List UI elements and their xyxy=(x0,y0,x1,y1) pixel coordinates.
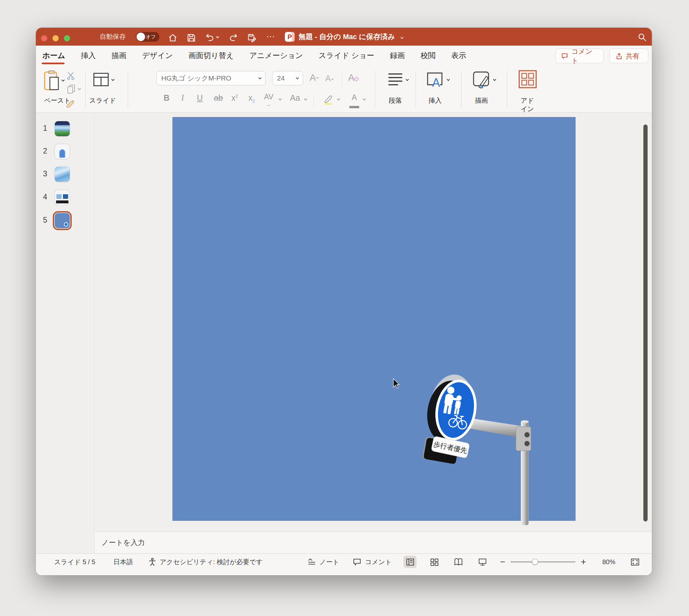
autosave-toggle[interactable]: オフ xyxy=(136,32,159,42)
slide-row-3[interactable]: 3 xyxy=(36,164,94,185)
autosave-state: オフ xyxy=(146,32,156,42)
language-indicator[interactable]: 日本語 xyxy=(113,554,133,570)
decrease-font-size-button[interactable]: A xyxy=(325,74,333,83)
paste-icon[interactable] xyxy=(43,70,60,92)
paste-dropdown-chevron[interactable] xyxy=(62,79,65,82)
slideshow-view-button[interactable] xyxy=(476,556,489,568)
statusbar: スライド 5 / 5 日本語 アクセシビリティ: 検討が必要です ノート コメン… xyxy=(36,553,652,575)
zoom-out-button[interactable]: − xyxy=(500,554,505,569)
notes-icon[interactable] xyxy=(307,558,316,567)
addins-icon[interactable] xyxy=(518,70,537,89)
strikethrough-button[interactable]: ab xyxy=(214,93,223,103)
tab-review[interactable]: 校閲 xyxy=(420,50,436,61)
save-as-icon[interactable] xyxy=(247,33,257,43)
character-spacing-button[interactable]: AV↔ xyxy=(264,93,273,108)
cut-icon[interactable] xyxy=(66,71,75,81)
more-commands-button[interactable]: … xyxy=(266,29,276,40)
spacing-dropdown-chevron[interactable] xyxy=(279,97,282,101)
slide-indicator: スライド 5 / 5 xyxy=(54,554,95,570)
font-color-dropdown-chevron[interactable] xyxy=(363,97,366,101)
undo-icon[interactable] xyxy=(205,33,215,43)
font-size-chevron xyxy=(296,76,299,80)
accessibility-status[interactable]: アクセシビリティ: 検討が必要です xyxy=(160,554,263,570)
slide-row-1[interactable]: 1 xyxy=(36,119,94,139)
notes-placeholder[interactable]: ノートを入力 xyxy=(102,532,145,553)
change-case-button[interactable]: Aa xyxy=(290,93,300,103)
slide-thumbnail[interactable] xyxy=(55,190,70,205)
paragraph-icon[interactable] xyxy=(388,72,403,86)
comments-button[interactable]: コメント xyxy=(555,48,604,63)
tab-transitions[interactable]: 画面切り替え xyxy=(188,50,234,61)
font-color-button[interactable]: A xyxy=(349,93,359,109)
slide-thumbnail[interactable] xyxy=(55,144,70,159)
font-size-select[interactable]: 24 xyxy=(272,71,303,85)
slide-thumbnail-selected[interactable] xyxy=(55,213,70,228)
share-button[interactable]: 共有 xyxy=(609,48,648,63)
ribbon-separator xyxy=(341,72,342,87)
fit-to-window-icon[interactable] xyxy=(630,557,640,567)
home-icon[interactable] xyxy=(168,33,178,43)
increase-font-size-button[interactable]: A xyxy=(310,72,318,83)
new-slide-dropdown-chevron[interactable] xyxy=(111,78,115,81)
ribbon-divider xyxy=(507,70,507,108)
subscript-button[interactable]: x2 xyxy=(248,93,255,104)
highlight-color-icon[interactable] xyxy=(323,94,334,106)
slide-canvas-area[interactable]: 歩行者優先 xyxy=(95,113,652,532)
tab-view[interactable]: 表示 xyxy=(451,50,466,61)
new-slide-icon[interactable] xyxy=(93,72,109,87)
slide-row-5[interactable]: 5 xyxy=(36,211,94,232)
normal-view-button[interactable] xyxy=(403,556,417,568)
slide-row-4[interactable]: 4 xyxy=(36,188,94,208)
font-name-select[interactable]: HG丸ゴ シックM-PRO xyxy=(156,71,266,85)
tab-home[interactable]: ホーム xyxy=(42,50,65,61)
slide-row-2[interactable]: 2 xyxy=(36,141,94,162)
reading-view-button[interactable] xyxy=(452,556,465,568)
slide-thumbnail[interactable] xyxy=(55,167,70,182)
insert-text-box-icon[interactable]: A xyxy=(426,71,443,89)
underline-button[interactable]: U xyxy=(197,93,203,103)
draw-icon[interactable] xyxy=(472,71,490,89)
comments-button-label: コメント xyxy=(571,47,598,65)
search-icon[interactable] xyxy=(637,32,647,42)
document-title[interactable]: 無題 - 自分の Mac に保存済み xyxy=(298,28,403,46)
title-dropdown-chevron[interactable] xyxy=(401,36,404,39)
tab-record[interactable]: 録画 xyxy=(390,50,405,61)
road-sign-graphic[interactable]: 歩行者優先 xyxy=(417,372,541,528)
zoom-in-button[interactable]: + xyxy=(581,554,586,569)
tab-animations[interactable]: アニメーション xyxy=(249,50,303,61)
zoom-slider-knob[interactable] xyxy=(532,559,538,565)
superscript-button[interactable]: x2 xyxy=(231,93,238,103)
slide-sorter-view-button[interactable] xyxy=(428,556,441,568)
tab-slideshow[interactable]: スライド ショー xyxy=(319,50,375,61)
zoom-percentage[interactable]: 80% xyxy=(594,554,615,570)
bold-button[interactable]: B xyxy=(163,93,170,103)
zoom-slider-track[interactable] xyxy=(510,561,576,563)
svg-text:A: A xyxy=(432,76,440,89)
draw-dropdown-chevron[interactable] xyxy=(493,78,496,81)
comments-toggle-label[interactable]: コメント xyxy=(365,554,392,570)
tab-design[interactable]: デザイン xyxy=(142,50,173,61)
vertical-scrollbar[interactable] xyxy=(643,125,648,522)
paragraph-dropdown-chevron[interactable] xyxy=(406,78,409,81)
notes-toggle-label[interactable]: ノート xyxy=(319,554,339,570)
powerpoint-window: 自動保存 オフ … P 無題 - 自分の Mac に保存済み xyxy=(36,28,652,575)
case-dropdown-chevron[interactable] xyxy=(304,97,307,101)
tab-draw[interactable]: 描画 xyxy=(111,50,127,61)
highlight-dropdown-chevron[interactable] xyxy=(337,97,340,101)
copy-icon[interactable] xyxy=(66,84,76,94)
copy-dropdown-chevron[interactable] xyxy=(78,87,81,90)
italic-button[interactable]: I xyxy=(181,93,184,102)
undo-dropdown-chevron[interactable] xyxy=(216,35,219,39)
ribbon-tabbar: ホーム 挿入 描画 デザイン 画面切り替え アニメーション スライド ショー 録… xyxy=(36,46,652,65)
zoom-window-button[interactable] xyxy=(64,35,70,41)
slide-thumbnail[interactable] xyxy=(55,121,70,136)
tab-insert[interactable]: 挿入 xyxy=(81,50,96,61)
clear-formatting-button[interactable]: A xyxy=(348,72,358,83)
insert-dropdown-chevron[interactable] xyxy=(447,78,450,81)
redo-icon[interactable] xyxy=(229,33,239,43)
close-window-button[interactable] xyxy=(41,35,47,41)
notes-pane[interactable]: ノートを入力 xyxy=(95,532,652,553)
comments-icon[interactable] xyxy=(353,558,361,567)
save-icon[interactable] xyxy=(186,33,196,43)
minimize-window-button[interactable] xyxy=(52,35,59,41)
